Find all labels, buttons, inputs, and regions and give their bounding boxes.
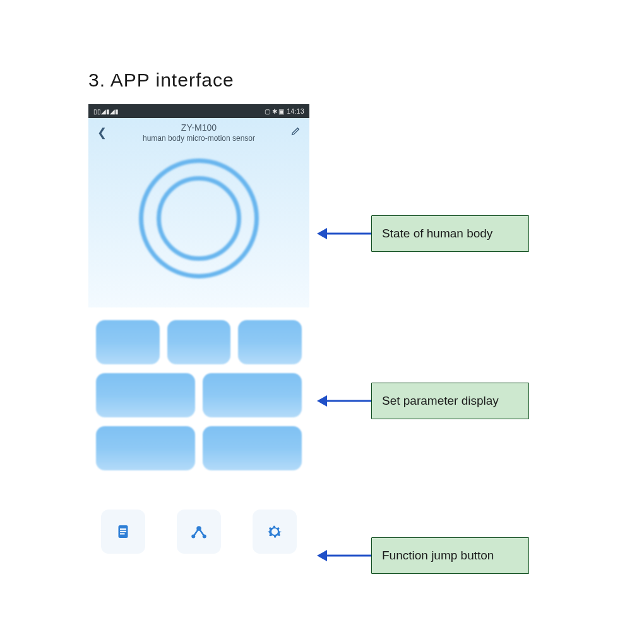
device-title: ZY-M100 [111,122,287,133]
function-bar [88,479,309,554]
status-time: 14:13 [287,108,304,115]
param-tile[interactable] [203,373,302,417]
back-button[interactable]: ❮ [97,127,111,138]
param-tile[interactable] [203,426,302,470]
state-indicator [139,158,259,278]
hero-panel: ❮ ZY-M100 human body micro-motion sensor [88,118,309,307]
scene-button[interactable] [177,510,221,554]
parameter-grid [88,307,309,479]
callout-label: Set parameter display [371,383,529,419]
edit-button[interactable] [287,126,301,139]
svg-rect-2 [120,531,126,532]
arrow-icon [314,537,371,575]
param-tile[interactable] [96,320,160,364]
status-right-icons: ▢ ✱ ▣ [265,108,285,115]
param-tile[interactable] [96,373,195,417]
radar-ring-inner [157,176,241,261]
callout-state: State of human body [314,215,529,253]
arrow-icon [314,382,371,420]
chevron-left-icon: ❮ [97,126,107,139]
svg-rect-1 [120,528,126,530]
callout-label: State of human body [371,215,529,252]
status-right: ▢ ✱ ▣ 14:13 [265,108,304,115]
callout-label: Function jump button [371,537,529,574]
phone-mock: ▯▯◢▮◢▮ ▢ ✱ ▣ 14:13 ❮ ZY-M100 human body … [88,104,309,603]
log-button[interactable] [101,510,145,554]
document-icon [114,522,133,541]
svg-point-7 [273,530,277,534]
callout-params: Set parameter display [314,382,529,420]
svg-rect-3 [120,534,125,535]
status-left-icons: ▯▯◢▮◢▮ [93,108,119,115]
section-heading: 3. APP interface [88,69,234,91]
param-tile[interactable] [238,320,302,364]
gear-icon [265,522,284,541]
hero-titles: ZY-M100 human body micro-motion sensor [111,122,287,143]
settings-button[interactable] [253,510,297,554]
arrow-icon [314,215,371,253]
param-tile[interactable] [96,426,195,470]
callout-func: Function jump button [314,537,529,575]
pencil-icon [290,126,301,136]
status-bar: ▯▯◢▮◢▮ ▢ ✱ ▣ 14:13 [88,104,309,118]
param-tile[interactable] [167,320,231,364]
network-icon [189,522,208,541]
device-subtitle: human body micro-motion sensor [111,134,287,143]
